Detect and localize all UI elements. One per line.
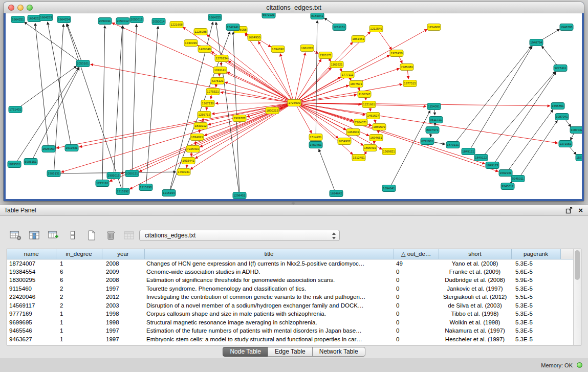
select-columns-icon[interactable] xyxy=(28,229,41,242)
graph-edge[interactable] xyxy=(297,103,498,171)
graph-edge[interactable] xyxy=(102,26,105,181)
graph-node[interactable]: 1805491 xyxy=(363,145,377,151)
graph-node[interactable]: 1961376 xyxy=(300,45,314,52)
table-row[interactable]: 1830029562008Estimation of significance … xyxy=(7,276,573,285)
graph-edge[interactable] xyxy=(508,110,553,171)
graph-node[interactable]: 1905131 xyxy=(47,170,60,177)
tab-network-table[interactable]: Network Table xyxy=(312,347,365,357)
graph-node[interactable]: 1692931 xyxy=(499,170,512,177)
table-row[interactable]: 1938455462009Genome-wide association stu… xyxy=(7,268,573,276)
graph-node[interactable]: 1461627 xyxy=(366,113,380,119)
table-row[interactable]: 1456911722003Disruption of a novel membe… xyxy=(7,301,573,310)
table-selector-dropdown[interactable]: citations_edges.txt xyxy=(139,230,340,241)
graph-node[interactable]: 1830213 xyxy=(266,107,279,114)
graph-edge[interactable] xyxy=(183,27,292,102)
graph-edge[interactable] xyxy=(24,22,80,62)
graph-node[interactable]: 1777111 xyxy=(341,72,354,78)
import-table-icon[interactable] xyxy=(123,229,136,242)
graph-node[interactable]: 1905015 xyxy=(107,172,120,179)
graph-edge[interactable] xyxy=(216,22,239,193)
table-row[interactable]: 946554611997Estimation of the future num… xyxy=(7,326,573,335)
graph-node[interactable]: 1879131 xyxy=(446,142,460,148)
column-header-name[interactable]: name xyxy=(7,249,56,259)
column-header-short[interactable]: short xyxy=(439,249,511,259)
graph-node[interactable]: 1160747 xyxy=(358,91,371,98)
graph-node[interactable]: 1740339 xyxy=(184,40,198,47)
graph-node[interactable]: 1369821 xyxy=(382,148,396,155)
graph-node[interactable]: 1087042 xyxy=(570,127,582,134)
graph-node[interactable]: 1453451 xyxy=(309,142,322,148)
graph-node[interactable]: 1261151 xyxy=(333,24,346,31)
graph-node[interactable]: 1664255 xyxy=(208,14,222,21)
graph-node[interactable]: 1573101 xyxy=(576,155,582,161)
graph-node[interactable]: 1760341 xyxy=(177,169,190,176)
graph-edge[interactable] xyxy=(132,24,136,171)
graph-node[interactable]: 1162621 xyxy=(330,61,343,68)
graph-node[interactable]: 4275121 xyxy=(211,78,224,84)
graph-node[interactable]: 2050012 xyxy=(116,18,129,25)
graph-edge[interactable] xyxy=(35,23,49,147)
graph-node[interactable]: 1547441 xyxy=(226,24,239,31)
graph-node[interactable]: 1839581 xyxy=(8,161,21,168)
graph-node[interactable]: 1834021 xyxy=(190,134,204,141)
graph-node[interactable]: 2050151 xyxy=(125,170,139,177)
graph-node[interactable]: 9277411 xyxy=(554,65,567,72)
graph-edge[interactable] xyxy=(56,103,291,148)
graph-node[interactable]: 1154091 xyxy=(427,103,441,110)
graph-node[interactable]: 1830212 xyxy=(194,123,207,129)
graph-node[interactable]: 1595851 xyxy=(551,103,564,110)
graph-node[interactable]: 2053101 xyxy=(76,60,90,67)
graph-node[interactable]: 1849122 xyxy=(474,155,488,161)
graph-node[interactable]: 1512451 xyxy=(352,155,365,161)
graph-node[interactable]: 1256713 xyxy=(198,112,211,118)
graph-node[interactable]: 8097971 xyxy=(426,127,439,134)
column-header-year[interactable]: year xyxy=(102,249,144,259)
column-header-title[interactable]: title xyxy=(144,249,394,259)
graph-node[interactable]: 1751401 xyxy=(9,106,22,113)
graph-edge[interactable] xyxy=(67,24,122,190)
graph-edge[interactable] xyxy=(228,61,292,102)
graph-node[interactable]: 1694651 xyxy=(369,135,383,141)
new-column-icon[interactable] xyxy=(85,229,98,242)
graph-node[interactable]: 5572321 xyxy=(262,13,275,18)
graph-edge[interactable] xyxy=(297,95,357,102)
graph-node[interactable]: 1087041 xyxy=(555,114,569,120)
graph-node[interactable]: 1909783 xyxy=(233,115,246,122)
graph-edge[interactable] xyxy=(494,72,556,163)
graph-node[interactable]: 1215192 xyxy=(116,188,129,195)
graph-edge[interactable] xyxy=(297,103,550,106)
graph-node[interactable]: 1694690 xyxy=(271,46,285,53)
graph-node[interactable]: 1664251 xyxy=(11,16,25,23)
graph-edge[interactable] xyxy=(114,26,122,173)
table-row[interactable]: 2242004622012Investigating the contribut… xyxy=(7,293,573,301)
column-header-in_degree[interactable]: in_degree xyxy=(56,249,102,259)
delete-column-icon[interactable] xyxy=(104,229,117,242)
graph-edge[interactable] xyxy=(233,32,239,193)
graph-node[interactable]: 1519531 xyxy=(65,145,78,151)
table-row[interactable]: 911546021997Tourette syndrome. Phenomeno… xyxy=(7,285,573,293)
graph-edge[interactable] xyxy=(455,46,532,143)
graph-node[interactable]: 1215194 xyxy=(162,190,176,196)
table-row[interactable]: 946362711997Embryonic stem cells: a mode… xyxy=(7,335,573,344)
minimize-window-button[interactable] xyxy=(17,5,24,11)
graph-node[interactable]: 1215193 xyxy=(139,184,153,191)
column-header-pagerank[interactable]: pagerank xyxy=(511,249,560,259)
table-mode-icon[interactable] xyxy=(9,229,23,242)
graph-node[interactable]: 1464601 xyxy=(346,129,360,136)
graph-node[interactable]: 7485083 xyxy=(400,64,413,71)
table-row[interactable]: 969969511998Structural magnetic resonanc… xyxy=(7,318,573,327)
graph-node[interactable]: 1877515 xyxy=(403,80,417,87)
graph-edge[interactable] xyxy=(67,24,82,61)
graph-node[interactable]: 1859579 xyxy=(373,124,386,130)
graph-edge[interactable] xyxy=(79,103,291,147)
graph-edge[interactable] xyxy=(61,103,291,172)
graph-node[interactable]: 1694642 xyxy=(330,190,343,197)
graph-node[interactable]: 1664253 xyxy=(39,14,53,21)
graph-node[interactable]: 9245012 xyxy=(501,183,514,190)
row-height-icon[interactable] xyxy=(66,229,79,242)
tab-node-table[interactable]: Node Table xyxy=(223,347,268,357)
graph-node[interactable]: 1948795 xyxy=(560,24,573,31)
tab-edge-table[interactable]: Edge Table xyxy=(268,347,313,357)
graph-node[interactable]: 1420049 xyxy=(198,46,211,53)
table-scrollbar-thumb[interactable] xyxy=(575,250,580,280)
